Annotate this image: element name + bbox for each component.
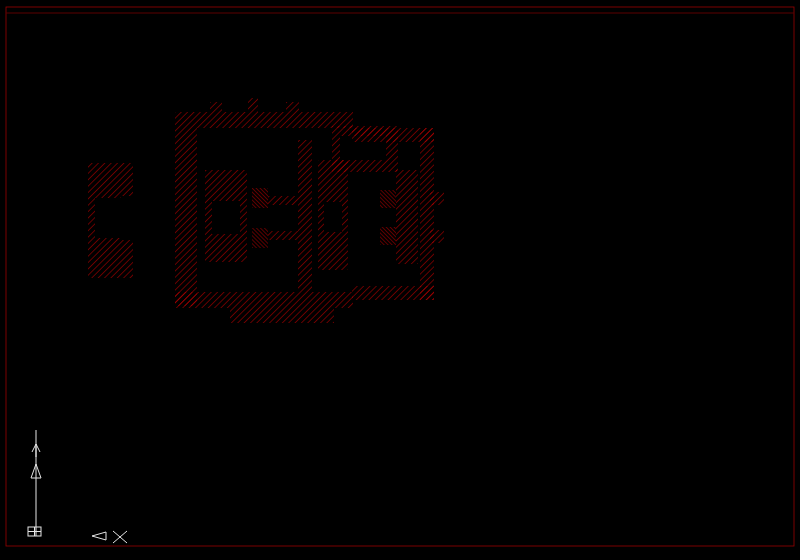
- frame-rect: [30, 16, 788, 536]
- detail-view-2: [106, 460, 186, 534]
- revision-box: [107, 40, 262, 80]
- assembly-section: [40, 58, 517, 355]
- cad-canvas: [0, 0, 800, 560]
- cad-drawing-viewport: [0, 0, 800, 560]
- x-mark-icon: [113, 531, 127, 543]
- title-block: [603, 489, 788, 529]
- y-mark-icon: [32, 444, 40, 457]
- projection-symbols: [28, 430, 127, 543]
- detail-view-1: [108, 385, 184, 466]
- arrow-symbol-icon: [92, 532, 106, 540]
